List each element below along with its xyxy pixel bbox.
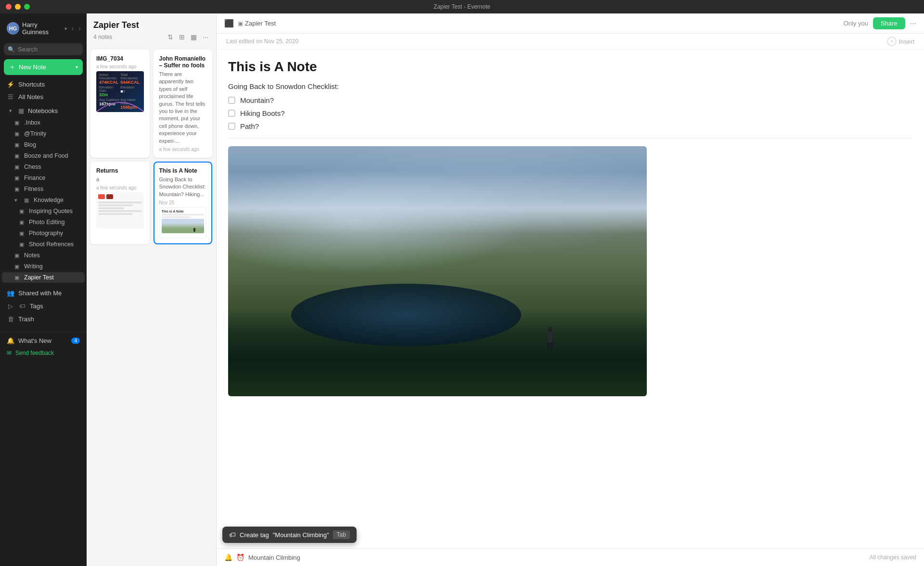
all-notes-label: All Notes [18, 93, 43, 101]
maximize-button[interactable] [24, 4, 30, 10]
notebook-inbox[interactable]: ▣ .Inbox [2, 117, 85, 128]
user-info[interactable]: HG Harry Guinness ▾ [4, 19, 70, 38]
notebook-icon: ▣ [238, 20, 243, 27]
sidebar: HG Harry Guinness ▾ ‹ › 🔍 Search ＋ New N… [0, 13, 87, 566]
notebook-fitness[interactable]: ▣ Fitness [2, 184, 85, 194]
trash-label: Trash [18, 315, 34, 323]
sidebar-item-shortcuts[interactable]: ⚡ Shortcuts [2, 78, 85, 90]
note-card-this-is-a-note[interactable]: This is A Note Going Back to Snowdon Che… [154, 162, 213, 244]
mountain-image [228, 146, 647, 396]
sidebar-item-tags[interactable]: ▷ 🏷 Tags [2, 300, 85, 312]
mountain-overlay [228, 146, 647, 396]
editor-content[interactable]: This is A Note Going Back to Snowdon Che… [217, 50, 924, 548]
doc-line [98, 213, 133, 215]
chevron-down-icon: ▾ [64, 26, 67, 31]
notes-actions: ⇅ ⊞ ▦ ··· [167, 32, 209, 42]
notebook-label: Photography [29, 230, 63, 237]
notebook-writing[interactable]: ▣ Writing [2, 261, 85, 272]
insert-button[interactable]: + Insert [887, 37, 914, 46]
note-preview: a [96, 176, 144, 183]
notebook-photography[interactable]: ▣ Photography [2, 228, 85, 239]
sidebar-item-shared[interactable]: 👥 Shared with Me [2, 287, 85, 299]
checkbox-boots[interactable] [228, 110, 235, 117]
note-date: a few seconds ago [96, 185, 144, 190]
plus-icon: ＋ [9, 63, 16, 72]
notes-list-header: Zapier Test 4 notes ⇅ ⊞ ▦ ··· [87, 13, 216, 46]
notebook-shoot-references[interactable]: ▣ Shoot Refrences [2, 239, 85, 250]
fitness-image: Active Kilocalories 474KCAL Total Kiloca… [96, 71, 144, 112]
forward-arrow[interactable]: › [77, 24, 83, 33]
share-button[interactable]: Share [873, 17, 905, 29]
note-title: John Romaniello – Suffer no fools [159, 55, 207, 69]
grid-icon[interactable]: ▦ [190, 32, 198, 42]
doc-line [98, 210, 142, 212]
tag-suggestion[interactable]: 🏷 Create tag "Mountain Climbing" Tab [222, 527, 357, 543]
last-edited: Last edited on Nov 25, 2020 [226, 38, 298, 45]
notebooks-label: Notebooks [28, 107, 58, 114]
checklist-item-label: Path? [240, 122, 259, 130]
notebook-blog[interactable]: ▣ Blog [2, 139, 85, 150]
notebook-booze[interactable]: ▣ Booze and Food [2, 151, 85, 161]
note-card-img7034[interactable]: IMG_7034 a few seconds ago Active Kiloca… [90, 50, 150, 158]
note-card-john[interactable]: John Romaniello – Suffer no fools There … [154, 50, 213, 158]
notes-list-meta: 4 notes ⇅ ⊞ ▦ ··· [93, 32, 209, 42]
search-bar[interactable]: 🔍 Search [4, 43, 83, 55]
reminder-icon[interactable]: ⏰ [236, 553, 244, 561]
whats-new-badge: 4 [71, 338, 80, 344]
checklist-item-boots[interactable]: Hiking Boots? [228, 109, 912, 117]
sidebar-item-whats-new[interactable]: 🔔 What's New 4 [2, 334, 85, 347]
note-card-returns[interactable]: Returns a a few seconds ago [90, 162, 150, 244]
notebook-label: .Inbox [24, 119, 40, 126]
tag-icon: ▷ [7, 302, 14, 310]
nav-arrows: ‹ › [70, 24, 83, 33]
notebook-knowledge[interactable]: ▾ ▦ Knowledge [2, 195, 85, 205]
notebook-chess[interactable]: ▣ Chess [2, 162, 85, 172]
sidebar-item-trash[interactable]: 🗑 Trash [2, 313, 85, 325]
tag-input-text[interactable]: Mountain Climbing [248, 554, 300, 561]
sidebar-bottom: 🔔 What's New 4 ✉ Send feedback [0, 331, 87, 363]
back-icon[interactable]: ⬛ [224, 19, 234, 28]
checkbox-path[interactable] [228, 123, 235, 130]
notebook-label: Notes [24, 252, 40, 259]
sidebar-item-feedback[interactable]: ✉ Send feedback [2, 348, 85, 358]
tags-label: Tags [30, 302, 43, 310]
filter-icon[interactable]: ⊞ [178, 32, 186, 42]
notebook-photo-editing[interactable]: ▣ Photo Editing [2, 217, 85, 227]
notebook-zapier-test[interactable]: ▣ Zapier Test [2, 272, 85, 283]
notebook-trinity[interactable]: ▣ @Trinity [2, 128, 85, 139]
sidebar-top: HG Harry Guinness ▾ ‹ › [0, 15, 87, 41]
note-date: a few seconds ago [159, 147, 207, 152]
shortcuts-label: Shortcuts [18, 81, 45, 88]
notebook-icon: ▣ [14, 186, 21, 192]
more-icon[interactable]: ··· [202, 32, 209, 42]
sidebar-item-all-notes[interactable]: ☰ All Notes [2, 91, 85, 103]
notebook-inspiring-quotes[interactable]: ▣ Inspiring Quotes [2, 206, 85, 216]
checkbox-mountain[interactable] [228, 97, 235, 104]
notes-grid: IMG_7034 a few seconds ago Active Kiloca… [87, 46, 216, 566]
notebook-notes[interactable]: ▣ Notes [2, 250, 85, 261]
app-body: HG Harry Guinness ▾ ‹ › 🔍 Search ＋ New N… [0, 13, 924, 566]
notebook-label: Writing [24, 263, 43, 270]
feedback-label: Send feedback [15, 350, 54, 356]
note-title: IMG_7034 [96, 55, 144, 62]
svg-rect-2 [547, 342, 550, 349]
notebook-selector[interactable]: ▣ Zapier Test [238, 20, 276, 27]
new-note-button[interactable]: ＋ New Note ▾ [4, 59, 83, 75]
notebooks-icon: ▦ [17, 107, 25, 114]
back-arrow[interactable]: ‹ [70, 24, 76, 33]
reminder-bell-icon[interactable]: 🔔 [224, 553, 232, 561]
notebooks-header[interactable]: ▾ ▦ Notebooks [2, 105, 85, 117]
editor-bottom: 🏷 Create tag "Mountain Climbing" Tab 🔔 ⏰… [217, 548, 924, 566]
more-options-icon[interactable]: ··· [910, 19, 916, 28]
close-button[interactable] [6, 4, 12, 10]
insert-label: Insert [898, 38, 914, 45]
notebook-finance[interactable]: ▣ Finance [2, 173, 85, 183]
tag-input-bar: 🔔 ⏰ Mountain Climbing All changes saved [217, 549, 924, 566]
sort-icon[interactable]: ⇅ [167, 32, 174, 42]
minimize-button[interactable] [15, 4, 21, 10]
notes-icon: ☰ [7, 93, 14, 101]
toolbar-right: Only you Share ··· [844, 17, 916, 29]
checklist-item-mountain[interactable]: Mountain? [228, 96, 912, 104]
checklist-item-path[interactable]: Path? [228, 122, 912, 130]
notebook-icon: ▣ [19, 230, 26, 237]
